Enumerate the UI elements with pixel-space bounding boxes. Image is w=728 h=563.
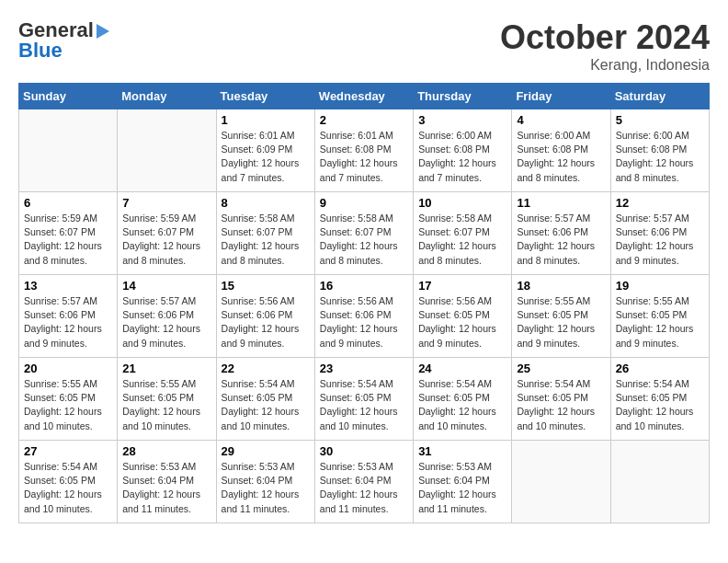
day-info: Sunrise: 5:54 AMSunset: 6:05 PMDaylight:… [418, 377, 506, 433]
day-info: Sunrise: 5:53 AMSunset: 6:04 PMDaylight:… [222, 460, 310, 516]
calendar-day-cell: 30Sunrise: 5:53 AMSunset: 6:04 PMDayligh… [314, 441, 413, 523]
day-number: 20 [24, 362, 112, 375]
day-number: 14 [122, 279, 210, 293]
calendar-header-row: SundayMondayTuesdayWednesdayThursdayFrid… [19, 84, 710, 109]
day-number: 6 [24, 196, 112, 210]
calendar-day-cell: 22Sunrise: 5:54 AMSunset: 6:05 PMDayligh… [216, 358, 314, 441]
day-info: Sunrise: 6:00 AMSunset: 6:08 PMDaylight:… [616, 129, 704, 185]
day-info: Sunrise: 5:58 AMSunset: 6:07 PMDaylight:… [222, 212, 310, 268]
calendar-day-cell [610, 441, 709, 523]
day-info: Sunrise: 5:58 AMSunset: 6:07 PMDaylight:… [320, 212, 408, 268]
calendar-day-cell: 16Sunrise: 5:56 AMSunset: 6:06 PMDayligh… [314, 275, 413, 358]
calendar-day-cell: 21Sunrise: 5:55 AMSunset: 6:05 PMDayligh… [118, 358, 216, 441]
weekday-header: Thursday [414, 84, 512, 109]
day-number: 9 [320, 196, 408, 210]
calendar-day-cell [512, 441, 610, 523]
day-info: Sunrise: 6:00 AMSunset: 6:08 PMDaylight:… [418, 129, 506, 185]
day-number: 5 [616, 113, 704, 127]
calendar-day-cell: 27Sunrise: 5:54 AMSunset: 6:05 PMDayligh… [19, 441, 118, 523]
calendar-day-cell: 5Sunrise: 6:00 AMSunset: 6:08 PMDaylight… [610, 109, 709, 192]
day-number: 15 [222, 279, 310, 293]
day-number: 21 [122, 362, 210, 375]
day-info: Sunrise: 5:56 AMSunset: 6:06 PMDaylight:… [222, 294, 310, 350]
day-info: Sunrise: 5:53 AMSunset: 6:04 PMDaylight:… [418, 460, 506, 516]
day-number: 22 [222, 362, 310, 375]
day-number: 16 [320, 279, 408, 293]
calendar-day-cell: 28Sunrise: 5:53 AMSunset: 6:04 PMDayligh… [118, 441, 216, 523]
calendar-day-cell: 26Sunrise: 5:54 AMSunset: 6:05 PMDayligh… [610, 358, 709, 441]
day-number: 27 [24, 444, 112, 458]
calendar-day-cell: 25Sunrise: 5:54 AMSunset: 6:05 PMDayligh… [512, 358, 610, 441]
calendar-day-cell: 19Sunrise: 5:55 AMSunset: 6:05 PMDayligh… [610, 275, 709, 358]
weekday-header: Wednesday [314, 84, 413, 109]
calendar-day-cell: 11Sunrise: 5:57 AMSunset: 6:06 PMDayligh… [512, 192, 610, 275]
day-number: 3 [418, 113, 506, 127]
calendar-day-cell [118, 109, 216, 192]
day-number: 8 [222, 196, 310, 210]
day-number: 18 [517, 279, 605, 293]
calendar-week-row: 13Sunrise: 5:57 AMSunset: 6:06 PMDayligh… [19, 275, 710, 358]
page-header: General Blue October 2024 Kerang, Indone… [18, 18, 710, 74]
day-number: 2 [320, 113, 408, 127]
weekday-header: Saturday [610, 84, 709, 109]
calendar-day-cell: 12Sunrise: 5:57 AMSunset: 6:06 PMDayligh… [610, 192, 709, 275]
calendar-day-cell: 13Sunrise: 5:57 AMSunset: 6:06 PMDayligh… [19, 275, 118, 358]
month-title: October 2024 [500, 18, 710, 57]
day-info: Sunrise: 5:55 AMSunset: 6:05 PMDaylight:… [122, 377, 210, 433]
calendar-day-cell: 24Sunrise: 5:54 AMSunset: 6:05 PMDayligh… [414, 358, 512, 441]
calendar-week-row: 1Sunrise: 6:01 AMSunset: 6:09 PMDaylight… [19, 109, 710, 192]
day-info: Sunrise: 5:53 AMSunset: 6:04 PMDaylight:… [122, 460, 210, 516]
logo-blue: Blue [18, 39, 63, 63]
calendar-day-cell: 1Sunrise: 6:01 AMSunset: 6:09 PMDaylight… [216, 109, 314, 192]
day-number: 4 [517, 113, 605, 127]
calendar-week-row: 6Sunrise: 5:59 AMSunset: 6:07 PMDaylight… [19, 192, 710, 275]
calendar-day-cell: 29Sunrise: 5:53 AMSunset: 6:04 PMDayligh… [216, 441, 314, 523]
day-number: 10 [418, 196, 506, 210]
day-number: 17 [418, 279, 506, 293]
day-number: 24 [418, 362, 506, 375]
calendar-day-cell: 6Sunrise: 5:59 AMSunset: 6:07 PMDaylight… [19, 192, 118, 275]
calendar-day-cell: 23Sunrise: 5:54 AMSunset: 6:05 PMDayligh… [314, 358, 413, 441]
weekday-header: Tuesday [216, 84, 314, 109]
day-info: Sunrise: 5:57 AMSunset: 6:06 PMDaylight:… [24, 294, 112, 350]
day-info: Sunrise: 5:56 AMSunset: 6:05 PMDaylight:… [418, 294, 506, 350]
day-info: Sunrise: 5:56 AMSunset: 6:06 PMDaylight:… [320, 294, 408, 350]
day-info: Sunrise: 5:54 AMSunset: 6:05 PMDaylight:… [616, 377, 704, 433]
day-number: 28 [122, 444, 210, 458]
calendar-day-cell [19, 109, 118, 192]
day-number: 29 [222, 444, 310, 458]
day-number: 13 [24, 279, 112, 293]
weekday-header: Sunday [19, 84, 118, 109]
calendar-day-cell: 10Sunrise: 5:58 AMSunset: 6:07 PMDayligh… [414, 192, 512, 275]
day-number: 12 [616, 196, 704, 210]
calendar-day-cell: 18Sunrise: 5:55 AMSunset: 6:05 PMDayligh… [512, 275, 610, 358]
logo: General Blue [18, 18, 109, 63]
calendar-day-cell: 17Sunrise: 5:56 AMSunset: 6:05 PMDayligh… [414, 275, 512, 358]
day-info: Sunrise: 5:57 AMSunset: 6:06 PMDaylight:… [616, 212, 704, 268]
location: Kerang, Indonesia [500, 57, 710, 74]
day-info: Sunrise: 6:00 AMSunset: 6:08 PMDaylight:… [517, 129, 605, 185]
day-info: Sunrise: 5:54 AMSunset: 6:05 PMDaylight:… [24, 460, 112, 516]
day-info: Sunrise: 6:01 AMSunset: 6:09 PMDaylight:… [222, 129, 310, 185]
day-info: Sunrise: 5:57 AMSunset: 6:06 PMDaylight:… [517, 212, 605, 268]
day-info: Sunrise: 5:54 AMSunset: 6:05 PMDaylight:… [320, 377, 408, 433]
logo-arrow-icon [97, 24, 109, 39]
calendar-day-cell: 20Sunrise: 5:55 AMSunset: 6:05 PMDayligh… [19, 358, 118, 441]
day-info: Sunrise: 5:59 AMSunset: 6:07 PMDaylight:… [122, 212, 210, 268]
calendar-day-cell: 4Sunrise: 6:00 AMSunset: 6:08 PMDaylight… [512, 109, 610, 192]
day-number: 11 [517, 196, 605, 210]
day-info: Sunrise: 5:53 AMSunset: 6:04 PMDaylight:… [320, 460, 408, 516]
day-number: 23 [320, 362, 408, 375]
day-number: 25 [517, 362, 605, 375]
day-info: Sunrise: 5:57 AMSunset: 6:06 PMDaylight:… [122, 294, 210, 350]
calendar-day-cell: 31Sunrise: 5:53 AMSunset: 6:04 PMDayligh… [414, 441, 512, 523]
calendar-day-cell: 9Sunrise: 5:58 AMSunset: 6:07 PMDaylight… [314, 192, 413, 275]
title-block: October 2024 Kerang, Indonesia [500, 18, 710, 74]
day-info: Sunrise: 5:59 AMSunset: 6:07 PMDaylight:… [24, 212, 112, 268]
calendar-day-cell: 15Sunrise: 5:56 AMSunset: 6:06 PMDayligh… [216, 275, 314, 358]
weekday-header: Friday [512, 84, 610, 109]
day-info: Sunrise: 5:54 AMSunset: 6:05 PMDaylight:… [222, 377, 310, 433]
day-number: 19 [616, 279, 704, 293]
calendar-week-row: 27Sunrise: 5:54 AMSunset: 6:05 PMDayligh… [19, 441, 710, 523]
day-number: 1 [222, 113, 310, 127]
